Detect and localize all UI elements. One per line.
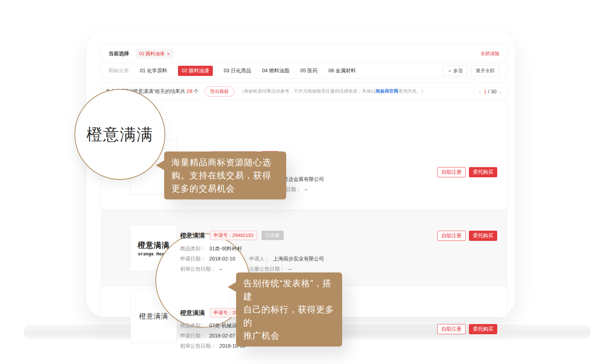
filter-tag-label: 02 颜料油漆 bbox=[139, 50, 165, 57]
magnifier-lens-1: 橙意满满 bbox=[74, 89, 165, 180]
results-count: 28 bbox=[186, 88, 192, 94]
goods-class-value: 31类-饲料种籽 bbox=[209, 246, 242, 251]
app-no-label: 申请号： bbox=[214, 310, 232, 315]
next-page-icon[interactable]: › bbox=[499, 89, 502, 95]
first-notice-label: 初审公告日期： bbox=[180, 266, 216, 272]
total-pages: 30 bbox=[491, 89, 497, 94]
apply-date-label: 申请日期： bbox=[180, 333, 206, 339]
self-register-button[interactable]: 自助注册 bbox=[437, 167, 466, 177]
clear-all-link[interactable]: 全部清除 bbox=[481, 50, 499, 57]
category-tab-03[interactable]: 03 日化用品 bbox=[224, 68, 251, 74]
tooltip-arrow-left-icon bbox=[156, 160, 165, 170]
application-number-tag: 申请号：29482153 bbox=[210, 231, 257, 240]
current-selection-label: 当前选择 bbox=[109, 50, 129, 57]
first-notice-value: – bbox=[219, 266, 222, 272]
trademark-office-link[interactable]: 商标局官网 bbox=[376, 89, 398, 94]
category-tab-04[interactable]: 04 燃料油脂 bbox=[262, 68, 289, 74]
filter-panel: 当前选择 02 颜料油漆 × 全部清除 商标分类 01 化学原料 02 颜料油漆… bbox=[101, 44, 507, 78]
status-badge-registered: 已注册 bbox=[262, 231, 284, 240]
goods-class-label: 商品类别： bbox=[180, 323, 206, 328]
tooltip-line: 更多的交易机会 bbox=[171, 182, 279, 195]
category-tab-01[interactable]: 01 化学原料 bbox=[140, 68, 167, 74]
applicant-label: 申请人： bbox=[249, 256, 270, 262]
page: 当前选择 02 颜料油漆 × 全部清除 商标分类 01 化学原料 02 颜料油漆… bbox=[0, 0, 616, 364]
category-row-label: 商标分类 bbox=[109, 68, 129, 74]
current-selection-row: 当前选择 02 颜料油漆 × 全部清除 bbox=[101, 45, 507, 63]
self-register-button[interactable]: 自助注册 bbox=[437, 324, 466, 334]
self-register-button[interactable]: 自助注册 bbox=[437, 231, 466, 241]
entrust-buy-button[interactable]: 委托购买 bbox=[469, 167, 497, 177]
tooltip-line: 告别传统“发表格”，搭建 bbox=[243, 277, 335, 303]
apply-date-value: 2018-02-07 bbox=[209, 333, 235, 339]
tooltip-arrow-left-icon bbox=[228, 282, 236, 292]
selected-filter-tag: 02 颜料油漆 × bbox=[135, 49, 174, 59]
magnified-trademark-text: 橙意满满 bbox=[86, 124, 153, 145]
page-separator: / bbox=[488, 89, 490, 94]
pagination: ‹ 1 / 30 › bbox=[473, 83, 507, 100]
app-no-value: 29482153 bbox=[232, 232, 254, 238]
reg-notice-value: – bbox=[305, 186, 308, 192]
category-tab-02-selected[interactable]: 02 颜料油漆 bbox=[178, 66, 212, 76]
results-unit: 个 bbox=[194, 88, 199, 94]
page-indicator: 1 / 30 bbox=[484, 89, 497, 94]
tooltip-promotion: 告别传统“发表格”，搭建 自己的标行，获得更多的 推广机会 bbox=[236, 272, 342, 347]
applicant-value: 上海雨步实业有限公司 bbox=[273, 256, 324, 262]
trademark-name: 橙意满满 bbox=[180, 309, 205, 317]
remove-filter-icon[interactable]: × bbox=[167, 51, 170, 57]
disclaimer-text: （商标检索结果仅供参考，不作为商标能否注册的法律依据；具体以商标局官网查询为准。… bbox=[239, 88, 426, 94]
app-no-label: 申请号： bbox=[214, 232, 232, 238]
disclaimer-pre: （商标检索结果仅供参考，不作为商标能否注册的法律依据；具体以 bbox=[239, 89, 376, 94]
entrust-buy-button[interactable]: 委托购买 bbox=[469, 324, 497, 334]
reg-notice-value: – bbox=[288, 266, 291, 272]
reg-notice-label: 注册公告日期： bbox=[249, 266, 285, 272]
results-header: 为您检索到“橙意满满”相关的结果共28个 导出商标 （商标检索结果仅供参考，不作… bbox=[101, 83, 507, 100]
current-page: 1 bbox=[484, 89, 487, 94]
prev-page-icon[interactable]: ‹ bbox=[479, 89, 481, 95]
trademark-image-cn: 橙意满满 bbox=[138, 240, 170, 250]
apply-date-label: 申请日期： bbox=[180, 256, 206, 262]
tooltip-line: 海量精品商标资源随心选 bbox=[171, 156, 279, 169]
category-tab-06[interactable]: 06 金属材料 bbox=[328, 68, 356, 74]
row-2-content: 橙意满满 申请号：29482153 已注册 商品类别：31类-饲料种籽 申请日期… bbox=[180, 231, 284, 272]
disclaimer-post: 查询为准。） bbox=[398, 89, 426, 94]
tooltip-line: 购。支持在线交易，获得 bbox=[171, 169, 279, 182]
category-tab-05[interactable]: 05 医药 bbox=[300, 68, 317, 74]
export-trademark-button[interactable]: 导出商标 bbox=[204, 86, 234, 97]
tooltip-line: 自己的标行，获得更多的 bbox=[243, 303, 335, 329]
trademark-name: 橙意满满 bbox=[180, 231, 205, 240]
entrust-buy-button[interactable]: 委托购买 bbox=[469, 231, 497, 241]
multi-select-button[interactable]: ＋ 多选 bbox=[442, 65, 467, 76]
trademark-image-cn: 橙意满满 bbox=[139, 312, 168, 321]
expand-all-button[interactable]: 展开全部 bbox=[471, 65, 499, 76]
tooltip-marketplace: 海量精品商标资源随心选 购。支持在线交易，获得 更多的交易机会 bbox=[164, 151, 286, 199]
apply-date-value: 2018-02-10 bbox=[209, 256, 235, 262]
first-notice-label: 初审公告日期： bbox=[180, 343, 216, 349]
category-row: 商标分类 01 化学原料 02 颜料油漆 03 日化用品 04 燃料油脂 05 … bbox=[101, 63, 507, 78]
tooltip-line: 推广机会 bbox=[243, 329, 335, 342]
goods-class-label: 商品类别： bbox=[180, 246, 206, 251]
